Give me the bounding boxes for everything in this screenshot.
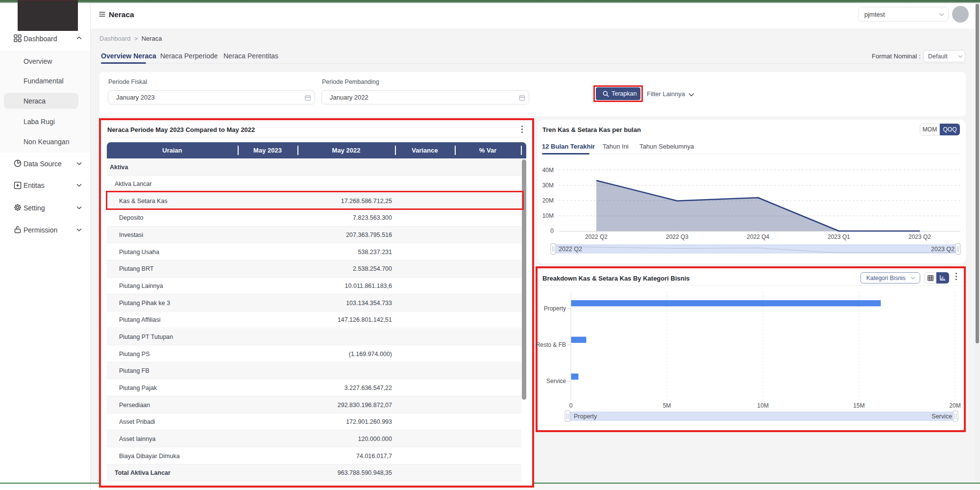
svg-text:2023 Q2: 2023 Q2 (931, 246, 955, 253)
svg-text:2022 Q4: 2022 Q4 (747, 233, 769, 240)
svg-text:0: 0 (550, 228, 554, 234)
svg-text:2023 Q2: 2023 Q2 (908, 233, 931, 240)
svg-text:Service: Service (931, 413, 952, 420)
svg-text:Property: Property (544, 305, 566, 312)
svg-text:2022 Q2: 2022 Q2 (585, 233, 608, 240)
svg-text:30M: 30M (542, 182, 554, 189)
svg-text:40M: 40M (542, 167, 554, 174)
svg-text:5M: 5M (663, 402, 671, 409)
svg-text:20M: 20M (949, 402, 960, 409)
svg-text:15M: 15M (853, 402, 864, 409)
svg-text:2023 Q1: 2023 Q1 (828, 233, 850, 240)
svg-text:2022 Q2: 2022 Q2 (559, 246, 582, 253)
svg-text:Service: Service (546, 378, 566, 385)
svg-text:Property: Property (574, 413, 597, 420)
svg-text:10M: 10M (542, 212, 554, 219)
svg-text:0: 0 (569, 402, 573, 409)
svg-text:2022 Q3: 2022 Q3 (666, 233, 688, 240)
svg-text:20M: 20M (542, 197, 554, 204)
svg-text:10M: 10M (757, 402, 768, 409)
svg-text:Resto & FB: Resto & FB (536, 341, 566, 348)
